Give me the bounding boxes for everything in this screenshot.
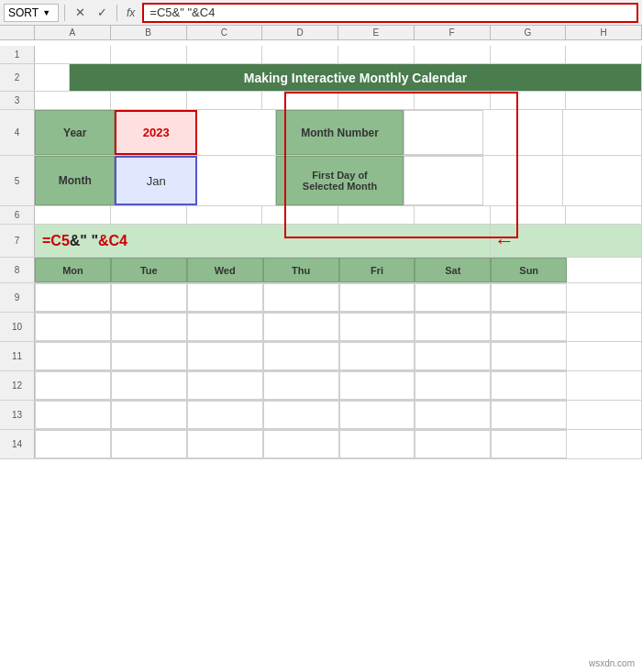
cell-9h[interactable] <box>567 283 642 312</box>
cal-12c[interactable] <box>187 371 263 400</box>
cal-12a[interactable] <box>35 371 111 400</box>
cal-9d[interactable] <box>263 283 339 312</box>
cell-13h[interactable] <box>567 401 642 429</box>
cell-10h[interactable] <box>567 313 642 341</box>
cal-14f[interactable] <box>415 430 491 458</box>
cal-9c[interactable] <box>187 283 263 312</box>
cell-4d[interactable] <box>197 110 276 155</box>
cal-12b[interactable] <box>111 371 187 400</box>
cell-3b[interactable] <box>111 92 187 110</box>
cell-6c[interactable] <box>187 206 263 225</box>
cell-5h[interactable] <box>563 156 642 205</box>
cell-12h[interactable] <box>567 371 642 400</box>
cell-14h[interactable] <box>567 430 642 458</box>
cell-1b[interactable] <box>111 46 187 64</box>
cell-6d[interactable] <box>262 206 338 225</box>
cal-11g[interactable] <box>491 342 567 370</box>
cal-10g[interactable] <box>491 313 567 341</box>
month-value-cell[interactable]: Jan <box>115 156 196 205</box>
cal-11e[interactable] <box>339 342 415 370</box>
cell-5f[interactable] <box>404 156 483 205</box>
cal-12e[interactable] <box>339 371 415 400</box>
cal-10a[interactable] <box>35 313 111 341</box>
cal-13d[interactable] <box>263 401 339 429</box>
col-header-f[interactable]: F <box>415 26 491 39</box>
year-value-cell[interactable]: 2023 <box>115 110 196 155</box>
cell-3f[interactable] <box>415 92 491 110</box>
col-header-a[interactable]: A <box>35 26 111 39</box>
cell-4h[interactable] <box>563 110 642 155</box>
cell-8h[interactable] <box>567 258 642 282</box>
col-header-b[interactable]: B <box>111 26 187 39</box>
cal-11f[interactable] <box>415 342 491 370</box>
cell-2a[interactable] <box>35 64 70 91</box>
cell-6e[interactable] <box>338 206 415 225</box>
cell-5d[interactable] <box>197 156 276 205</box>
cal-10b[interactable] <box>111 313 187 341</box>
cal-10e[interactable] <box>339 313 415 341</box>
cal-9f[interactable] <box>415 283 491 312</box>
cal-12g[interactable] <box>491 371 567 400</box>
cal-9e[interactable] <box>339 283 415 312</box>
cell-6b[interactable] <box>111 206 187 225</box>
cell-4f[interactable] <box>404 110 483 155</box>
cell-4g[interactable] <box>483 110 562 155</box>
cell-3a[interactable] <box>35 92 111 110</box>
cal-14e[interactable] <box>339 430 415 458</box>
cal-10c[interactable] <box>187 313 263 341</box>
cell-6f[interactable] <box>415 206 491 225</box>
col-header-g[interactable]: G <box>491 26 567 39</box>
cancel-button[interactable]: ✕ <box>71 4 89 22</box>
cal-14b[interactable] <box>111 430 187 458</box>
cal-10d[interactable] <box>263 313 339 341</box>
cal-14a[interactable] <box>35 430 111 458</box>
cal-12d[interactable] <box>263 371 339 400</box>
cal-9g[interactable] <box>491 283 567 312</box>
cell-1h[interactable] <box>566 46 642 64</box>
cal-11d[interactable] <box>263 342 339 370</box>
cell-1d[interactable] <box>262 46 338 64</box>
cell-1e[interactable] <box>338 46 415 64</box>
col-header-h[interactable]: H <box>566 26 642 39</box>
cell-3h[interactable] <box>566 92 642 110</box>
cell-6g[interactable] <box>491 206 567 225</box>
cal-13b[interactable] <box>111 401 187 429</box>
cell-11h[interactable] <box>567 342 642 370</box>
cal-11c[interactable] <box>187 342 263 370</box>
cell-3c[interactable] <box>187 92 263 110</box>
cell-6h[interactable] <box>566 206 642 225</box>
cell-1a[interactable] <box>35 46 111 64</box>
cell-5g[interactable] <box>483 156 562 205</box>
cell-1c[interactable] <box>187 46 263 64</box>
sort-chevron[interactable]: ▼ <box>42 8 50 17</box>
cal-13e[interactable] <box>339 401 415 429</box>
cal-13g[interactable] <box>491 401 567 429</box>
cell-3e[interactable] <box>338 92 415 110</box>
cell-3g[interactable] <box>491 92 567 110</box>
cal-13c[interactable] <box>187 401 263 429</box>
cell-1f[interactable] <box>415 46 491 64</box>
cell-6a[interactable] <box>35 206 111 225</box>
cal-14c[interactable] <box>187 430 263 458</box>
cal-11b[interactable] <box>111 342 187 370</box>
cell-3d[interactable] <box>262 92 338 110</box>
col-header-e[interactable]: E <box>338 26 415 39</box>
cal-14g[interactable] <box>491 430 567 458</box>
cal-13a[interactable] <box>35 401 111 429</box>
row-num-14: 14 <box>0 430 35 458</box>
sort-dropdown[interactable]: SORT ▼ <box>4 4 59 22</box>
cal-13f[interactable] <box>415 401 491 429</box>
cell-7h[interactable] <box>568 225 642 257</box>
cal-10f[interactable] <box>415 313 491 341</box>
col-header-d[interactable]: D <box>262 26 338 39</box>
cal-9b[interactable] <box>111 283 187 312</box>
formula-bar[interactable]: =C5&" "&C4 <box>142 3 638 23</box>
cell-1g[interactable] <box>491 46 567 64</box>
cal-11a[interactable] <box>35 342 111 370</box>
cal-12f[interactable] <box>415 371 491 400</box>
cal-14d[interactable] <box>263 430 339 458</box>
cal-9a[interactable] <box>35 283 111 312</box>
col-header-c[interactable]: C <box>187 26 263 39</box>
confirm-button[interactable]: ✓ <box>93 4 111 22</box>
row-num-12: 12 <box>0 371 35 400</box>
